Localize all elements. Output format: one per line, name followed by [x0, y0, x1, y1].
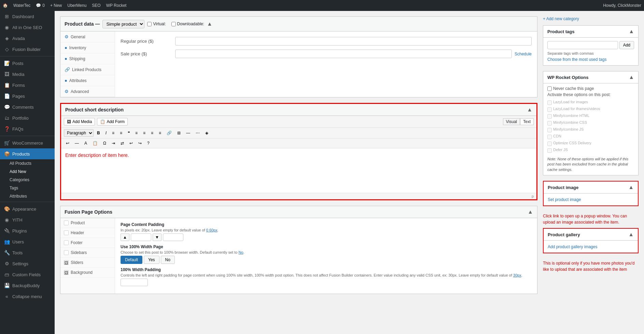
- table-btn[interactable]: ⊞: [175, 130, 183, 136]
- product-image-toggle[interactable]: ▲: [628, 184, 634, 190]
- tab-linked-products[interactable]: 🔗 Linked Products: [60, 64, 115, 75]
- virtual-checkbox[interactable]: [147, 22, 152, 26]
- undo-btn[interactable]: ↩: [64, 140, 71, 147]
- bold-btn[interactable]: B: [95, 130, 102, 136]
- downloadable-checkbox[interactable]: [171, 22, 176, 26]
- quote-btn[interactable]: ❝: [126, 130, 132, 136]
- sidebar-item-allinone-seo[interactable]: ◉ All in One SEO: [0, 22, 55, 33]
- format-select[interactable]: Paragraph: [64, 129, 94, 137]
- special-btn[interactable]: ◈: [203, 130, 210, 136]
- padding-up-btn[interactable]: ▲: [121, 233, 129, 241]
- rocket-toggle[interactable]: ▲: [629, 74, 634, 80]
- add-form-btn[interactable]: 📋 Add Form: [97, 118, 128, 125]
- italic-btn[interactable]: I: [103, 130, 109, 136]
- width-default-link[interactable]: No: [238, 250, 243, 254]
- lazyload-iframes-cb[interactable]: [547, 107, 552, 112]
- sidebar-item-media[interactable]: 🖼 Media: [0, 69, 55, 80]
- add-media-btn[interactable]: 🖼 Add Media: [64, 118, 95, 125]
- sidebar-subitem-tags[interactable]: Tags: [0, 184, 55, 192]
- sidebar-item-backupbuddy[interactable]: 💾 BackupBuddy: [0, 280, 55, 291]
- minify-css-cb[interactable]: [547, 121, 552, 125]
- sidebar-item-products[interactable]: 📦 Products: [0, 148, 55, 159]
- fusion-tab-background[interactable]: 🖼 Background: [60, 268, 115, 278]
- link-btn[interactable]: 🔗: [165, 130, 174, 136]
- sidebar-item-plugins[interactable]: 🔌 Plugins: [0, 225, 55, 236]
- ul-btn[interactable]: ≡: [110, 130, 116, 136]
- visual-tab[interactable]: Visual: [503, 118, 520, 125]
- regular-price-input[interactable]: [175, 37, 532, 45]
- sidebar-subitem-categories[interactable]: Categories: [0, 176, 55, 184]
- hr-btn[interactable]: —: [184, 130, 192, 136]
- adminbar-seo[interactable]: SEO: [92, 3, 100, 8]
- schedule-link[interactable]: Schedule: [515, 52, 532, 56]
- adminbar-site-name[interactable]: WaterTec: [13, 3, 30, 8]
- fusion-tab-sliders[interactable]: 🖼 Sliders: [60, 258, 115, 268]
- padding-default-link[interactable]: 0 60px: [206, 228, 218, 232]
- sidebar-item-settings[interactable]: ⚙ Settings: [0, 258, 55, 269]
- text-tab[interactable]: Text: [520, 118, 534, 125]
- align-left-btn[interactable]: ≡: [133, 130, 140, 136]
- adminbar-site-icon[interactable]: 🏠: [3, 3, 8, 8]
- padding-input-right[interactable]: [163, 233, 183, 241]
- sidebar-item-fusion-builder[interactable]: ◇ Fusion Builder: [0, 44, 55, 55]
- sidebar-item-portfolio[interactable]: 🗂 Portfolio: [0, 112, 55, 123]
- tab-advanced[interactable]: ⚙ Advanced: [60, 86, 115, 97]
- defer-js-cb[interactable]: [547, 148, 552, 153]
- 100-padding-input[interactable]: [121, 279, 148, 286]
- redo-btn[interactable]: ↪: [136, 140, 144, 147]
- 100-padding-link[interactable]: 30px: [513, 273, 521, 277]
- tab-shipping[interactable]: ● Shipping: [60, 53, 115, 64]
- ol-btn[interactable]: ≡: [118, 130, 124, 136]
- product-data-toggle[interactable]: ▲: [207, 21, 212, 27]
- more-btn[interactable]: ⋯: [194, 130, 202, 136]
- sidebar-collapse[interactable]: « Collapse menu: [0, 291, 55, 302]
- fusion-tab-product[interactable]: Product: [60, 218, 115, 228]
- sidebar-item-faqs[interactable]: ❓ FAQs: [0, 123, 55, 134]
- minify-html-cb[interactable]: [547, 114, 552, 119]
- optimize-css-cb[interactable]: [547, 142, 552, 146]
- sidebar-item-woocommerce[interactable]: 🛒 WooCommerce: [0, 137, 55, 148]
- padding-input-top[interactable]: [131, 233, 151, 241]
- color-btn[interactable]: A: [82, 140, 89, 147]
- add-category-link[interactable]: + Add new category: [543, 16, 639, 21]
- tags-input[interactable]: [547, 41, 618, 49]
- minify-js-cb[interactable]: [547, 128, 552, 132]
- sale-price-input[interactable]: [175, 50, 512, 58]
- tags-toggle[interactable]: ▲: [629, 28, 634, 35]
- tab-attributes[interactable]: ● Attributes: [60, 75, 115, 86]
- sidebar-item-forms[interactable]: 📋 Forms: [0, 80, 55, 91]
- never-cache-checkbox[interactable]: [547, 86, 552, 91]
- add-gallery-link[interactable]: Add product gallery images: [548, 244, 597, 249]
- sidebar-item-tools[interactable]: 🔧 Tools: [0, 247, 55, 258]
- lazyload-images-cb[interactable]: [547, 101, 552, 105]
- sidebar-subitem-add-new[interactable]: Add New: [0, 168, 55, 176]
- sidebar-item-avada[interactable]: ◈ Avada: [0, 33, 55, 44]
- sidebar-item-appearance[interactable]: 🎨 Appearance: [0, 203, 55, 214]
- sidebar-item-users[interactable]: 👥 Users: [0, 236, 55, 247]
- sidebar-subitem-attributes[interactable]: Attributes: [0, 192, 55, 200]
- product-gallery-toggle[interactable]: ▲: [628, 231, 634, 238]
- adminbar-updates[interactable]: 💬 0: [36, 3, 45, 8]
- omega-btn[interactable]: Ω: [101, 140, 108, 147]
- sidebar-item-dashboard[interactable]: ⊞ Dashboard: [0, 11, 55, 22]
- tab-inventory[interactable]: ● Inventory: [60, 42, 115, 53]
- adminbar-new[interactable]: + New: [50, 3, 62, 8]
- tags-add-btn[interactable]: Add: [619, 41, 634, 49]
- sidebar-subitem-all-products[interactable]: All Products: [0, 159, 55, 168]
- hr2-btn[interactable]: —: [73, 140, 81, 147]
- fusion-toggle[interactable]: ▲: [528, 209, 533, 215]
- fusion-tab-sidebars[interactable]: Sidebars: [60, 248, 115, 258]
- virtual-label[interactable]: Virtual:: [147, 22, 166, 26]
- undo2-btn[interactable]: ↩: [127, 140, 135, 147]
- rtl-btn[interactable]: ⇄: [118, 140, 126, 147]
- editor-area[interactable]: Enter description of item here.: [61, 148, 536, 193]
- indent-btn[interactable]: ⇥: [110, 140, 117, 147]
- tab-general[interactable]: ⚙ General: [60, 31, 115, 42]
- downloadable-label[interactable]: Downloadable:: [171, 22, 204, 26]
- short-desc-toggle[interactable]: ▲: [527, 107, 532, 113]
- sidebar-item-pages[interactable]: 📄 Pages: [0, 91, 55, 102]
- adminbar-wprocket[interactable]: WP Rocket: [106, 3, 127, 8]
- never-cache-label[interactable]: Never cache this page: [547, 86, 634, 91]
- sidebar-item-posts[interactable]: 📝 Posts: [0, 58, 55, 69]
- fusion-tab-header[interactable]: Header: [60, 228, 115, 238]
